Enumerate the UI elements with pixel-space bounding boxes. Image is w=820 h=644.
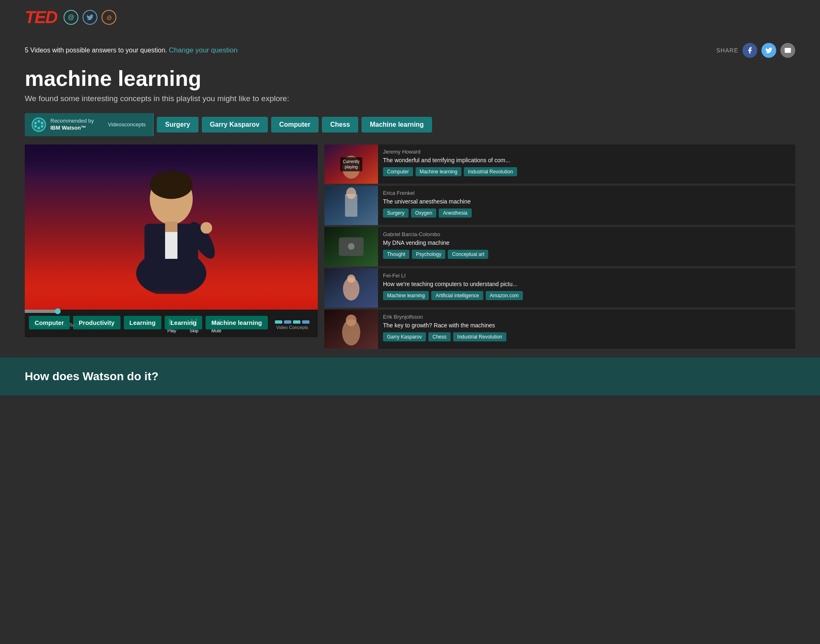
video-title-1: The wonderful and terrifying implication… (383, 156, 790, 164)
video-tags-2: Surgery Oxygen Anesthesia (383, 208, 790, 218)
video-thumb-2 (324, 186, 378, 225)
svg-point-1 (38, 120, 40, 123)
watson-logo-icon (31, 117, 46, 132)
overlay-tag-learning1: Learning (124, 316, 161, 329)
videos-concepts-label: Videos concepts (101, 113, 154, 136)
overlay-tag-computer: Computer (29, 316, 70, 329)
watson-section-title: How does Watson do it? (25, 370, 795, 383)
video-item-4[interactable]: Fei-Fei LI How we're teaching computers … (324, 268, 795, 308)
currently-playing-badge: Currentlyplaying (340, 157, 362, 171)
video-info-5: Erik Brynjolfsson The key to growth? Rac… (378, 310, 795, 349)
svg-point-29 (347, 275, 355, 283)
video-title-4: How we're teaching computers to understa… (383, 280, 790, 288)
video-tags-3: Thought Psychology Conceptual art (383, 250, 790, 259)
speaker-name-3: Gabriel Barcia-Colombo (383, 231, 790, 237)
header: TED @ ⊘ (0, 0, 820, 35)
filter-tags: Surgery Garry Kasparov Computer Chess Ma… (157, 113, 432, 136)
video-player[interactable] (25, 144, 318, 310)
svg-point-4 (38, 127, 40, 129)
video-item-1[interactable]: Currentlyplaying Jeremy Howard The wonde… (324, 144, 795, 184)
recommended-by-label: Recommended by (50, 118, 94, 125)
vtag-2-oxygen[interactable]: Oxygen (411, 208, 436, 218)
share-label: SHARE (716, 47, 738, 54)
overlay-tag-productivity: Productivity (73, 316, 121, 329)
watson-text: Recommended by IBM Watson™ (50, 118, 94, 132)
vtag-1-ml[interactable]: Machine learning (416, 167, 461, 176)
share-area: SHARE (716, 43, 795, 58)
svg-point-32 (346, 315, 357, 326)
share-twitter-button[interactable] (761, 43, 776, 58)
vtag-4-ai[interactable]: Artificial intelligence (431, 291, 483, 300)
svg-point-2 (41, 122, 43, 124)
video-thumb-5 (324, 310, 378, 349)
svg-point-23 (346, 187, 356, 199)
watson-name-label: IBM Watson™ (50, 125, 86, 131)
video-player-container: Computer Productivity Learning Learning … (25, 144, 318, 349)
vtag-3-thought[interactable]: Thought (383, 250, 409, 259)
video-title-5: The key to growth? Race with the machine… (383, 322, 790, 329)
svg-point-26 (348, 243, 354, 250)
filter-bar: Recommended by IBM Watson™ Videos concep… (25, 113, 795, 136)
video-info-2: Erica Frenkel The universal anesthesia m… (378, 186, 795, 225)
watson-section: How does Watson do it? (0, 358, 820, 395)
overlay-tag-machinelearning: Machine learning (206, 316, 268, 329)
page-subtitle: We found some interesting concepts in th… (25, 94, 795, 103)
video-info-4: Fei-Fei LI How we're teaching computers … (378, 268, 795, 308)
progress-bar (25, 310, 60, 313)
videos-count-text: 5 Videos with possible answers to your q… (25, 46, 238, 54)
video-list: Currentlyplaying Jeremy Howard The wonde… (324, 144, 795, 349)
svg-point-0 (32, 118, 45, 131)
vtag-4-ml[interactable]: Machine learning (383, 291, 429, 300)
filter-tag-computer[interactable]: Computer (271, 117, 319, 133)
settings-icon[interactable]: ⊘ (102, 10, 116, 25)
top-bar: 5 Videos with possible answers to your q… (25, 35, 795, 62)
video-thumb-4 (324, 268, 378, 308)
video-tags-4: Machine learning Artificial intelligence… (383, 291, 790, 300)
progress-container[interactable] (25, 310, 318, 313)
change-question-link[interactable]: Change your question (169, 46, 237, 54)
video-info-1: Jeremy Howard The wonderful and terrifyi… (378, 144, 795, 184)
vtag-1-computer[interactable]: Computer (383, 167, 413, 176)
vtag-1-indrev[interactable]: Industrial Revolution (464, 167, 517, 176)
ted-logo[interactable]: TED (25, 7, 57, 27)
vtag-5-chess[interactable]: Chess (428, 332, 451, 341)
filter-tag-surgery[interactable]: Surgery (157, 117, 198, 133)
video-overlay-tags: Computer Productivity Learning Learning … (25, 316, 318, 329)
video-item-3[interactable]: Gabriel Barcia-Colombo My DNA vending ma… (324, 227, 795, 267)
video-thumb-3 (324, 227, 378, 266)
person-icon[interactable]: @ (64, 10, 78, 25)
vtag-2-surgery[interactable]: Surgery (383, 208, 409, 218)
filter-tag-machinelearning[interactable]: Machine learning (362, 117, 432, 133)
speaker-name-5: Erik Brynjolfsson (383, 314, 790, 320)
video-item-2[interactable]: Erica Frenkel The universal anesthesia m… (324, 186, 795, 225)
overlay-tag-learning2: Learning (165, 316, 202, 329)
video-thumb-1: Currentlyplaying (324, 144, 378, 184)
video-title-3: My DNA vending machine (383, 239, 790, 246)
vtag-2-anesthesia[interactable]: Anesthesia (439, 208, 471, 218)
vtag-4-amazon[interactable]: Amazon.com (486, 291, 523, 300)
vtag-3-concept[interactable]: Conceptual art (448, 250, 488, 259)
vtag-5-indrev[interactable]: Industrial Revolution (453, 332, 506, 341)
video-item-5[interactable]: Erik Brynjolfsson The key to growth? Rac… (324, 310, 795, 349)
watson-badge: Recommended by IBM Watson™ (25, 113, 101, 136)
svg-point-5 (34, 125, 37, 128)
video-title-2: The universal anesthesia machine (383, 198, 790, 205)
share-facebook-button[interactable] (742, 43, 757, 58)
header-icons: @ ⊘ (64, 10, 116, 25)
twitter-icon[interactable] (83, 10, 97, 25)
svg-rect-12 (165, 222, 177, 232)
content-area: 5 Videos with possible answers to your q… (0, 35, 820, 349)
vtag-3-psych[interactable]: Psychology (412, 250, 445, 259)
video-tags-5: Garry Kasparov Chess Industrial Revoluti… (383, 332, 790, 341)
filter-tag-chess[interactable]: Chess (322, 117, 358, 133)
vtag-5-garry[interactable]: Garry Kasparov (383, 332, 426, 341)
main-area: Computer Productivity Learning Learning … (25, 144, 795, 349)
filter-tag-garry[interactable]: Garry Kasparov (202, 117, 268, 133)
svg-point-6 (34, 122, 37, 124)
speaker-name-4: Fei-Fei LI (383, 272, 790, 279)
speaker-name-1: Jeremy Howard (383, 149, 790, 155)
video-info-3: Gabriel Barcia-Colombo My DNA vending ma… (378, 227, 795, 266)
svg-point-3 (41, 125, 43, 128)
share-email-button[interactable] (780, 43, 795, 58)
speaker-name-2: Erica Frenkel (383, 190, 790, 196)
